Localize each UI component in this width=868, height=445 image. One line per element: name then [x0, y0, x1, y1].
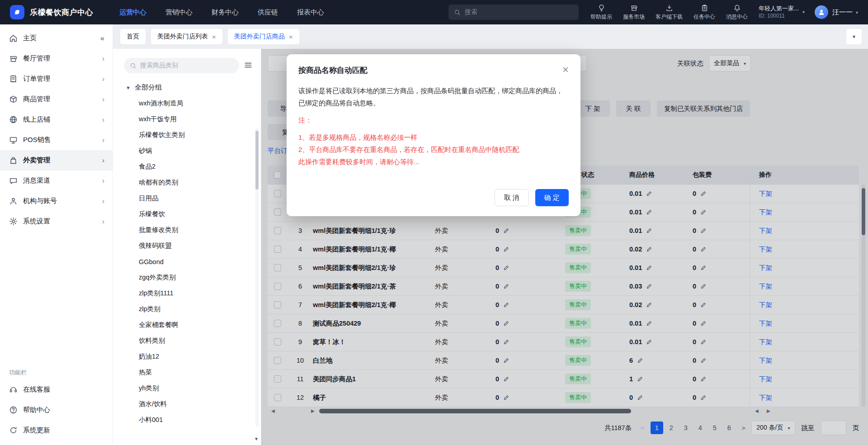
globe-icon — [9, 115, 18, 124]
function-bar-label: 功能栏 — [0, 369, 113, 377]
sidebar-item-help-center[interactable]: 帮助中心 — [0, 400, 113, 420]
category-search-input[interactable]: 搜索商品类别 — [124, 58, 239, 73]
topbar: 乐檬餐饮商户中心 运营中心营销中心财务中心供应链报表中心 搜索 帮助提示 服务市… — [0, 0, 868, 24]
username[interactable]: 汪一一 — [832, 8, 853, 17]
category-item[interactable]: 乐檬餐饮主类别 — [113, 127, 261, 143]
chevron-right-icon: › — [102, 96, 104, 103]
topbar-nav: 运营中心营销中心财务中心供应链报表中心 — [119, 8, 324, 17]
bulb-icon — [598, 4, 605, 12]
monitor-icon — [9, 136, 18, 144]
category-item[interactable]: zlp类别 — [113, 301, 261, 317]
search-icon — [130, 62, 137, 69]
sidebar-item-settings[interactable]: 系统设置 › — [0, 211, 113, 232]
category-item[interactable]: 乐檬餐饮 — [113, 206, 261, 222]
category-item[interactable]: 批量修改类别 — [113, 222, 261, 238]
sidebar-item-restaurant[interactable]: 餐厅管理 › — [0, 48, 113, 69]
sidebar-item-home[interactable]: 主页 « — [0, 28, 113, 48]
service-market-button[interactable]: 服务市场 — [623, 4, 645, 21]
page-tab[interactable]: 美团外卖门店列表 × — [151, 29, 222, 44]
chevron-right-icon: › — [102, 55, 104, 62]
scroll-down-icon[interactable]: ▼ — [254, 436, 259, 441]
merchant-switcher[interactable]: 年轻人第一家... ID: 100011 ▾ — [759, 5, 805, 19]
topbar-utils: 帮助提示 服务市场 客户端下载 任务中心 消息中心 — [590, 4, 748, 21]
modal-note-line: 2、平台商品库不要存在重名商品，若存在，匹配时在重名商品中随机匹配 — [298, 143, 569, 156]
category-item[interactable]: 全家桶套餐啊 — [113, 317, 261, 333]
tab-close-icon[interactable]: × — [212, 33, 216, 40]
app-logo-icon — [10, 5, 24, 19]
sidebar-item-pos[interactable]: POS销售 › — [0, 130, 113, 150]
avatar[interactable] — [815, 5, 828, 19]
category-list: wxh酒水制造局wxh干饭专用乐檬餐饮主类别砂锅食品2啥都有的类别日用品乐檬餐饮… — [113, 95, 261, 428]
topbar-nav-item[interactable]: 供应链 — [258, 8, 278, 17]
sidebar-footer: 功能栏 在线客服 帮助中心 系统更新 — [0, 369, 113, 445]
category-item[interactable]: wxh干饭专用 — [113, 111, 261, 127]
category-item[interactable]: 俄辣码联盟 — [113, 238, 261, 254]
sidebar-item-takeout[interactable]: 外卖管理 › — [0, 150, 113, 170]
close-icon[interactable]: × — [562, 65, 569, 74]
category-root-node[interactable]: ▼ 全部分组 — [113, 73, 261, 95]
category-item[interactable]: wxh酒水制造局 — [113, 95, 261, 111]
modal-notes: 1、若是多规格商品，规格名称必须一样2、平台商品库不要存在重名商品，若存在，匹配… — [298, 131, 569, 168]
category-item[interactable]: zlp类别1111 — [113, 285, 261, 301]
category-item[interactable]: 热菜 — [113, 365, 261, 380]
page-tab[interactable]: 首页 — [120, 29, 146, 44]
category-item[interactable]: 酒水/饮料 — [113, 396, 261, 412]
category-item[interactable]: 饮料类别 — [113, 333, 261, 349]
receipt-icon — [9, 75, 18, 83]
sidebar-item-online-service[interactable]: 在线客服 — [0, 379, 113, 400]
cancel-button[interactable]: 取 消 — [495, 189, 529, 206]
merchant-id: ID: 100011 — [759, 13, 785, 20]
headset-icon — [9, 385, 18, 394]
category-manage-icon[interactable] — [244, 61, 254, 71]
task-center-button[interactable]: 任务中心 — [693, 4, 715, 21]
client-download-button[interactable]: 客户端下载 — [656, 4, 683, 21]
sidebar-item-online-store[interactable]: 线上店铺 › — [0, 109, 113, 130]
gear-icon — [9, 217, 18, 226]
scrollbar-thumb[interactable] — [255, 131, 259, 189]
category-item[interactable]: yh类别 — [113, 380, 261, 396]
sidebar-item-goods[interactable]: 商品管理 › — [0, 89, 113, 109]
box-icon — [9, 95, 18, 104]
sidebar-item-org-account[interactable]: 机构与账号 › — [0, 191, 113, 211]
sidebar-item-system-update[interactable]: 系统更新 — [0, 420, 113, 440]
category-panel: 搜索商品类别 ▼ 全部分组 wxh酒水制造局wxh干饭专用乐檬餐饮主类别砂锅食品… — [113, 49, 261, 445]
app-title: 乐檬餐饮商户中心 — [30, 7, 93, 18]
global-search-input[interactable]: 搜索 — [448, 5, 579, 20]
category-item[interactable]: 啥都有的类别 — [113, 175, 261, 190]
category-item[interactable]: 食品2 — [113, 159, 261, 175]
user-chevron-down-icon[interactable]: ▾ — [856, 10, 858, 15]
category-item[interactable]: 日用品 — [113, 190, 261, 206]
help-tips-button[interactable]: 帮助提示 — [590, 4, 612, 21]
tab-close-icon[interactable]: × — [289, 33, 293, 40]
merchant-name: 年轻人第一家... — [759, 5, 799, 13]
category-item[interactable]: zgq外卖类别 — [113, 270, 261, 285]
chevron-right-icon: › — [102, 218, 104, 225]
confirm-button[interactable]: 确 定 — [535, 189, 569, 206]
topbar-nav-item[interactable]: 报表中心 — [297, 8, 324, 17]
sidebar-item-message-channel[interactable]: 消息渠道 › — [0, 170, 113, 191]
auto-match-modal: 按商品名称自动匹配 × 该操作是将已读取到本地的第三方商品，按商品条码批量自动匹… — [287, 54, 580, 216]
modal-note-title: 注： — [298, 116, 569, 125]
tabbar-chevron-down-icon[interactable]: ▾ — [846, 29, 862, 44]
collapse-sidebar-icon[interactable]: « — [100, 35, 104, 42]
page-tab[interactable]: 美团外卖门店商品 × — [228, 29, 299, 44]
category-item[interactable]: 奶油12 — [113, 349, 261, 365]
clipboard-icon — [701, 4, 708, 12]
message-center-button[interactable]: 消息中心 — [726, 4, 748, 21]
topbar-nav-item[interactable]: 运营中心 — [119, 8, 146, 17]
search-placeholder: 搜索 — [465, 8, 477, 16]
topbar-nav-item[interactable]: 财务中心 — [212, 8, 239, 17]
chevron-right-icon: › — [102, 76, 104, 83]
topbar-nav-item[interactable]: 营销中心 — [165, 8, 193, 17]
caret-down-icon: ▼ — [126, 85, 131, 90]
bell-icon — [733, 4, 741, 12]
chevron-right-icon: › — [102, 116, 104, 123]
category-item[interactable]: GGbond — [113, 254, 261, 270]
home-icon — [9, 34, 18, 43]
sidebar-item-orders[interactable]: 订单管理 › — [0, 69, 113, 89]
category-item[interactable]: 砂锅 — [113, 143, 261, 159]
modal-title: 按商品名称自动匹配 — [298, 65, 368, 76]
search-icon — [454, 9, 461, 16]
category-scrollbar[interactable] — [255, 128, 259, 426]
category-item[interactable]: 小料001 — [113, 412, 261, 428]
